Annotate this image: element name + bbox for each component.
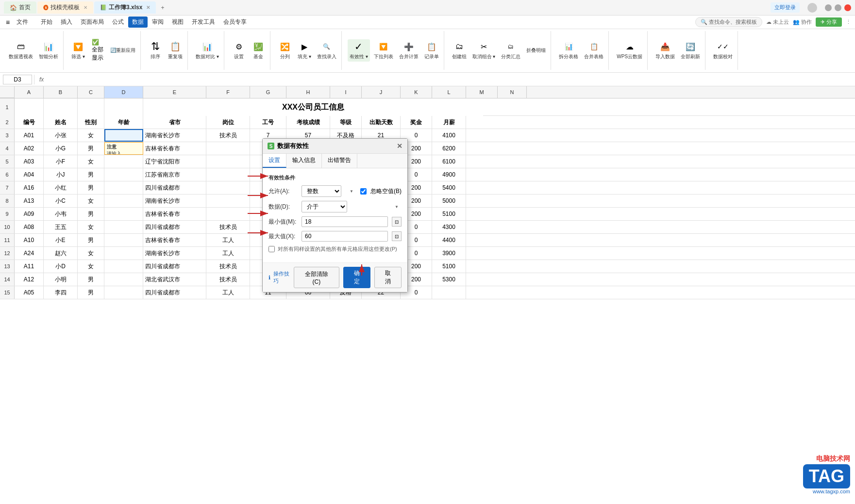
cell-H2[interactable]: 考核成绩 <box>286 116 330 129</box>
merge-table-btn[interactable]: 📋 合并表格 <box>582 39 605 62</box>
menu-review[interactable]: 审阅 <box>148 16 168 28</box>
cell-D13[interactable] <box>104 260 143 273</box>
cell-C9[interactable]: 男 <box>78 208 104 220</box>
cell-E13[interactable]: 四川省成都市 <box>143 260 206 273</box>
cell-B3[interactable]: 小张 <box>44 129 78 142</box>
menu-page-layout[interactable]: 页面布局 <box>77 16 108 28</box>
cell-C15[interactable]: 男 <box>78 286 104 299</box>
share-btn[interactable]: ✈ 分享 <box>816 17 842 27</box>
cell-A14[interactable]: A12 <box>15 273 44 286</box>
cell-D11[interactable] <box>104 234 143 246</box>
cell-F4[interactable] <box>206 142 250 155</box>
cell-L15[interactable] <box>432 286 466 299</box>
cell-K2[interactable]: 奖金 <box>401 116 432 129</box>
apply-all-checkbox[interactable] <box>268 246 275 252</box>
validity-btn[interactable]: ✓ 有效性 ▾ <box>348 39 370 62</box>
cell-A15[interactable]: A05 <box>15 286 44 299</box>
max-picker-btn[interactable]: ⊡ <box>392 231 402 241</box>
cell-L3[interactable]: 4100 <box>432 129 466 142</box>
cell-E7[interactable]: 四川省成都市 <box>143 181 206 194</box>
cell-A5[interactable]: A03 <box>15 155 44 168</box>
dialog-tips[interactable]: ℹ 操作技巧 <box>268 270 294 285</box>
cell-F2[interactable]: 岗位 <box>206 116 250 129</box>
cell-D5[interactable] <box>104 155 143 168</box>
dialog-tab-error[interactable]: 出错警告 <box>322 154 357 168</box>
cell-A7[interactable]: A16 <box>15 181 44 194</box>
menu-view[interactable]: 视图 <box>168 16 187 28</box>
menu-vip[interactable]: 会员专享 <box>219 16 251 28</box>
search-command[interactable]: 🔍 查找命令、搜索模板 <box>695 17 762 27</box>
cell-F9[interactable] <box>206 208 250 220</box>
cell-A6[interactable]: A04 <box>15 168 44 181</box>
collapse-btn[interactable]: 折叠明细 <box>524 46 548 55</box>
cell-D10[interactable] <box>104 221 143 233</box>
menu-start[interactable]: 开始 <box>37 16 56 28</box>
cell-D7[interactable] <box>104 181 143 194</box>
cell-B2[interactable]: 姓名 <box>44 116 78 129</box>
template-tab-close[interactable]: ✕ <box>84 5 87 10</box>
cell-J2[interactable]: 出勤天数 <box>362 116 401 129</box>
cell-E5[interactable]: 辽宁省沈阳市 <box>143 155 206 168</box>
cell-L11[interactable]: 4400 <box>432 234 466 246</box>
cell-F11[interactable]: 工人 <box>206 234 250 246</box>
min-picker-btn[interactable]: ⊡ <box>392 217 402 227</box>
cell-D8[interactable] <box>104 195 143 207</box>
cell-E6[interactable]: 江苏省南京市 <box>143 168 206 181</box>
filter-btn[interactable]: 🔽 筛选 ▾ <box>69 39 87 62</box>
cell-C11[interactable]: 男 <box>78 234 104 246</box>
cell-B13[interactable]: 小D <box>44 260 78 273</box>
settings-btn[interactable]: ⚙ 设置 <box>230 39 248 62</box>
show-all-btn[interactable]: ✅全部显示 <box>89 43 106 58</box>
dropdown-list-btn[interactable]: 🔽 下拉列表 <box>372 39 395 62</box>
cell-reference[interactable]: D3 <box>3 75 32 84</box>
cell-B1[interactable] <box>44 98 78 116</box>
cell-A9[interactable]: A09 <box>15 208 44 220</box>
cell-L13[interactable]: 5100 <box>432 260 466 273</box>
refresh-all-btn[interactable]: 🔄 全部刷新 <box>679 39 702 62</box>
allow-select[interactable]: 整数 任何值 小数 序列 日期 时间 文本长度 自定义 <box>302 185 341 197</box>
dialog-close-btn[interactable]: ✕ <box>397 142 402 150</box>
cell-D4[interactable]: 注意 请输入 18到60 之间的 整数 <box>104 142 143 155</box>
cell-L5[interactable]: 6100 <box>432 155 466 168</box>
duplicate-btn[interactable]: 📋 重复项 <box>166 39 184 62</box>
data-select[interactable]: 介于 未介于 等于 不等于 大于 小于 大于或等于 小于或等于 <box>302 201 347 212</box>
cell-L6[interactable]: 4900 <box>432 168 466 181</box>
cell-A11[interactable]: A10 <box>15 234 44 246</box>
cell-A1[interactable] <box>15 98 44 116</box>
tab-excel[interactable]: 📗 工作簿3.xlsx ✕ <box>94 1 156 14</box>
cell-E1-title[interactable]: XXX公司员工信息 <box>143 98 483 116</box>
cell-A8[interactable]: A13 <box>15 195 44 207</box>
cell-G2[interactable]: 工号 <box>250 116 286 129</box>
cell-L9[interactable]: 5100 <box>432 208 466 220</box>
cell-A12[interactable]: A24 <box>15 247 44 260</box>
max-value-input[interactable] <box>302 231 388 242</box>
subtotal-btn[interactable]: 🗂 分类汇总 <box>499 39 522 62</box>
menu-data[interactable]: 数据 <box>128 16 148 28</box>
merge-calc-btn[interactable]: ➕ 合并计算 <box>397 39 420 62</box>
cell-L2[interactable]: 月薪 <box>432 116 466 129</box>
cell-F3[interactable]: 技术员 <box>206 129 250 142</box>
cell-E15[interactable]: 四川省成都市 <box>143 286 206 299</box>
cell-B12[interactable]: 赵六 <box>44 247 78 260</box>
ungroup-btn[interactable]: ✂ 取消组合 ▾ <box>470 39 498 62</box>
record-btn[interactable]: 📋 记录单 <box>422 39 441 62</box>
menu-developer[interactable]: 开发工具 <box>188 16 219 28</box>
split-table-btn[interactable]: 📊 拆分表格 <box>557 39 580 62</box>
cell-B4[interactable]: 小G <box>44 142 78 155</box>
cell-C12[interactable]: 女 <box>78 247 104 260</box>
cell-C1[interactable] <box>78 98 104 116</box>
cell-D9[interactable] <box>104 208 143 220</box>
clear-all-button[interactable]: 全部清除(C) <box>294 267 339 288</box>
fund-btn[interactable]: 💹 基金 <box>250 39 267 62</box>
cell-F12[interactable]: 工人 <box>206 247 250 260</box>
cell-I2[interactable]: 等级 <box>330 116 362 129</box>
cell-D2[interactable]: 年龄 <box>104 116 143 129</box>
smart-analysis-btn[interactable]: 📊 智能分析 <box>37 39 60 62</box>
cell-D12[interactable] <box>104 247 143 260</box>
menu-formula[interactable]: 公式 <box>108 16 128 28</box>
cell-D3[interactable] <box>104 129 143 142</box>
find-input-btn[interactable]: 🔍 查找录入 <box>315 39 338 62</box>
login-button[interactable]: 立即登录 <box>771 2 800 13</box>
wps-cloud-btn[interactable]: ☁ WPS云数据 <box>615 39 644 62</box>
cell-E14[interactable]: 湖北省武汉市 <box>143 273 206 286</box>
